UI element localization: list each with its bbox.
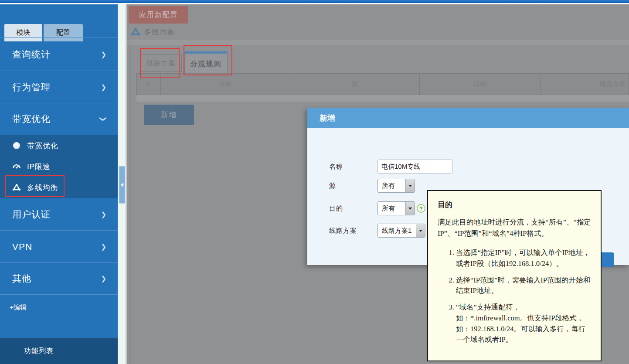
breadcrumb: 多线均衡	[144, 28, 175, 37]
triangle-network-icon	[12, 183, 21, 192]
dialog-titlebar[interactable]: 新增	[307, 108, 629, 128]
sidebar-subitem-ip-limit[interactable]: IP限速	[0, 156, 118, 177]
sidebar-item-other[interactable]: 其他 ❯	[0, 262, 118, 295]
table-header-source: 源	[290, 73, 420, 95]
dialog-title: 新增	[307, 113, 335, 123]
field-label-name: 名称	[329, 160, 375, 173]
subitem-label: IP限速	[27, 162, 51, 172]
sidebar-item-bandwidth-opt[interactable]: 带宽优化 ❯	[0, 103, 118, 135]
name-input[interactable]	[377, 160, 452, 173]
chevron-right-icon: ❯	[101, 211, 106, 218]
sidebar-collapse-handle[interactable]	[119, 166, 125, 204]
tab-split-rules[interactable]: 分流规则	[184, 54, 228, 74]
tooltip-item: “域名”支持通配符， 如：*.imfirewall.com。也支持IP段格式，如…	[456, 302, 591, 345]
content-card-top-band	[127, 40, 629, 45]
sidebar-item-vpn[interactable]: VPN ❯	[0, 230, 118, 262]
sidebar-submenu: 带宽优化 IP限速 多线均衡	[0, 135, 118, 198]
dest-select[interactable]: 所有	[377, 201, 415, 215]
browser-top-strip	[0, 0, 629, 3]
table-header-name: 名称	[160, 73, 290, 95]
gauge-icon	[12, 162, 21, 171]
chevron-right-icon: ❯	[101, 51, 106, 58]
field-label-dest: 目的	[329, 201, 375, 215]
sidebar-item-label: 行为管理	[0, 81, 51, 93]
sidebar-item-label: 用户认证	[0, 208, 51, 221]
table-header-index: #	[136, 73, 161, 95]
collapse-arrow-icon	[121, 183, 123, 187]
line-plan-select[interactable]: 线路方案1	[377, 224, 425, 238]
sphere-icon	[12, 141, 21, 150]
footer-label: 功能列表	[0, 347, 54, 356]
sidebar-item-query-stats[interactable]: 查询统计 ❯	[0, 37, 118, 71]
tab-line-plan[interactable]: 线路方案	[141, 54, 182, 72]
sidebar-subitem-multiline-balance[interactable]: 多线均衡	[0, 177, 118, 198]
dropdown-arrow-icon	[416, 224, 425, 237]
content-card-border	[130, 45, 629, 45]
subitem-label: 多线均衡	[27, 183, 58, 193]
chevron-right-icon: ❯	[101, 83, 106, 91]
table-empty-row	[136, 95, 629, 102]
source-select[interactable]: 所有	[377, 179, 415, 193]
dropdown-arrow-icon	[405, 179, 415, 192]
help-icon[interactable]: ?	[417, 204, 425, 213]
table-header-dest: 目的	[419, 73, 541, 95]
content-card-border	[130, 45, 131, 364]
tooltip-title: 目的	[438, 200, 591, 210]
sidebar-item-label: VPN	[0, 242, 32, 252]
subitem-label: 带宽优化	[27, 141, 58, 151]
sidebar-item-label: 其他	[0, 272, 31, 285]
table-header-line-plan: 线路方案	[541, 73, 629, 95]
breadcrumb-triangle-icon	[131, 27, 140, 38]
sidebar-item-label: 查询统计	[0, 48, 51, 61]
tab-active-indicator	[184, 51, 228, 54]
chevron-down-icon: ❯	[100, 116, 108, 122]
sidebar-item-user-auth[interactable]: 用户认证 ❯	[0, 198, 118, 230]
tooltip-item: 当选择“指定IP”时，可以输入单个IP地址，或者IP段（比如192.168.1.…	[456, 248, 591, 269]
tooltip-item: 选择“IP范围”时，需要输入IP范围的开始和结束IP地址。	[456, 275, 591, 297]
tooltip-intro: 满足此目的地址时进行分流，支持“所有”、“指定IP”、“IP范围”和“域名”4种…	[438, 217, 591, 239]
sidebar-item-behavior-mgmt[interactable]: 行为管理 ❯	[0, 71, 118, 103]
field-label-line-plan: 线路方案	[329, 224, 375, 238]
add-button[interactable]: 新增	[144, 105, 194, 125]
chevron-right-icon: ❯	[101, 243, 106, 251]
sidebar-item-label: 带宽优化	[0, 113, 51, 125]
dest-select-value: 所有	[378, 202, 405, 215]
source-select-value: 所有	[378, 179, 405, 192]
field-label-source: 源	[329, 179, 375, 193]
dropdown-arrow-icon	[405, 202, 415, 215]
sidebar-subitem-bandwidth-opt[interactable]: 带宽优化	[0, 135, 118, 156]
apply-new-config-button[interactable]: 应用新配置	[129, 6, 188, 24]
chevron-right-icon: ❯	[101, 275, 106, 282]
dest-help-tooltip: 目的 满足此目的地址时进行分流，支持“所有”、“指定IP”、“IP范围”和“域名…	[427, 190, 602, 361]
sidebar-edit-link[interactable]: +编辑	[10, 303, 27, 312]
tooltip-list: 当选择“指定IP”时，可以输入单个IP地址，或者IP段（比如192.168.1.…	[438, 248, 591, 345]
sidebar-footer-function-list[interactable]: 功能列表	[0, 338, 118, 364]
line-plan-select-value: 线路方案1	[378, 224, 416, 237]
